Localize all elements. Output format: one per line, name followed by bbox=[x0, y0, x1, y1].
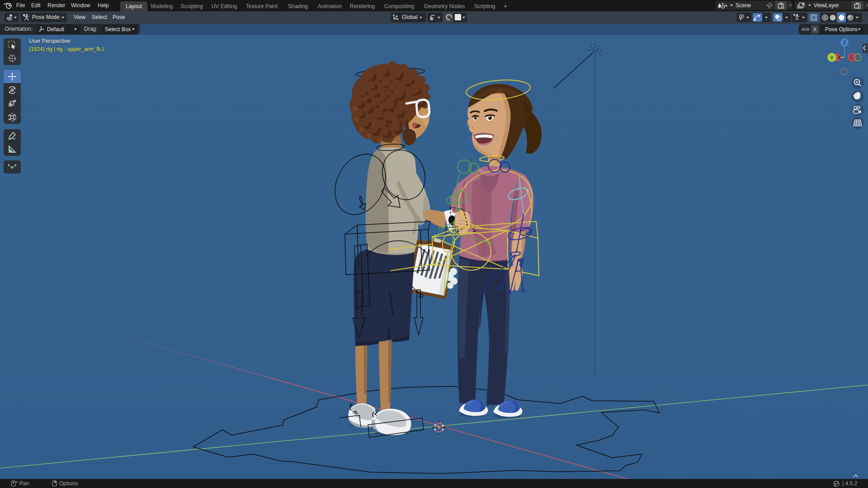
svg-text:Z: Z bbox=[843, 40, 846, 45]
svg-text:X: X bbox=[838, 55, 841, 60]
svg-text:Y: Y bbox=[830, 55, 834, 61]
